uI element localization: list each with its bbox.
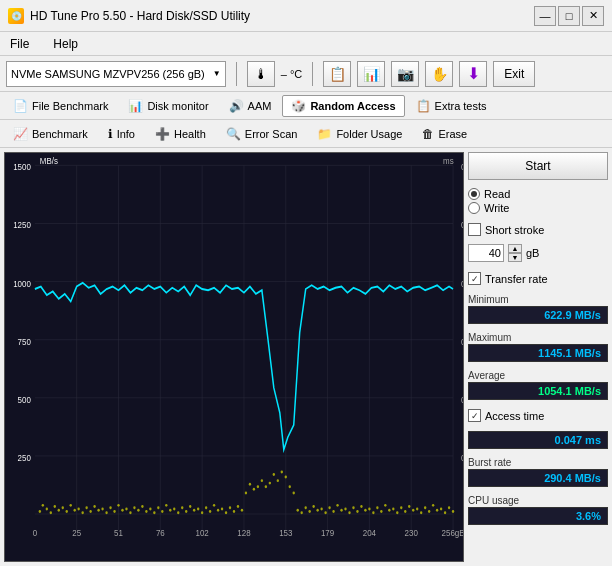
access-time-checkbox[interactable]: [468, 409, 481, 422]
separator-2: [312, 62, 313, 86]
svg-point-50: [109, 506, 111, 509]
svg-point-113: [360, 505, 362, 508]
menu-help[interactable]: Help: [47, 35, 84, 53]
svg-point-102: [316, 509, 318, 512]
svg-point-100: [308, 510, 310, 513]
transfer-rate-checkbox[interactable]: [468, 272, 481, 285]
average-label: Average: [468, 370, 608, 381]
svg-point-53: [121, 509, 123, 512]
svg-point-112: [356, 510, 358, 513]
separator-1: [236, 62, 237, 86]
close-button[interactable]: ✕: [582, 6, 604, 26]
svg-point-117: [376, 506, 378, 509]
svg-point-104: [324, 511, 326, 514]
tab-random-access[interactable]: 🎲 Random Access: [282, 95, 404, 117]
svg-point-122: [396, 511, 398, 514]
svg-point-127: [416, 508, 418, 511]
svg-text:256gB: 256gB: [442, 527, 463, 538]
svg-point-58: [141, 505, 143, 508]
tab-file-benchmark[interactable]: 📄 File Benchmark: [4, 95, 117, 117]
svg-point-67: [177, 511, 179, 514]
tab-benchmark[interactable]: 📈 Benchmark: [4, 123, 97, 145]
gb-up-arrow[interactable]: ▲: [508, 244, 522, 253]
radio-write[interactable]: Write: [468, 202, 608, 214]
svg-point-91: [273, 473, 275, 476]
radio-write-circle[interactable]: [468, 202, 480, 214]
tabs-row-2: 📈 Benchmark ℹ Info ➕ Health 🔍 Error Scan…: [0, 120, 612, 148]
tab-erase-label: Erase: [438, 128, 467, 140]
svg-point-111: [352, 506, 354, 509]
tab-health[interactable]: ➕ Health: [146, 123, 215, 145]
svg-point-61: [153, 511, 155, 514]
drive-selector[interactable]: NVMe SAMSUNG MZVPV256 (256 gB) ▼: [6, 61, 226, 87]
download-icon[interactable]: ⬇: [459, 61, 487, 87]
radio-write-label: Write: [484, 202, 509, 214]
svg-point-89: [265, 485, 267, 488]
svg-text:0.10: 0.10: [461, 452, 463, 463]
tab-aam-label: AAM: [248, 100, 272, 112]
svg-point-92: [277, 479, 279, 482]
svg-point-63: [161, 510, 163, 513]
svg-text:1250: 1250: [13, 220, 31, 231]
svg-point-97: [297, 509, 299, 512]
radio-read[interactable]: Read: [468, 188, 608, 200]
gb-input[interactable]: 40: [468, 244, 504, 262]
random-access-icon: 🎲: [291, 99, 306, 113]
svg-point-103: [320, 508, 322, 511]
access-time-stat: 0.047 ms: [468, 431, 608, 449]
svg-point-54: [125, 508, 127, 511]
svg-point-71: [193, 509, 195, 512]
toolbar-btn-2[interactable]: 📊: [357, 61, 385, 87]
svg-point-135: [448, 506, 450, 509]
short-stroke-option: Short stroke: [468, 222, 608, 237]
svg-rect-0: [5, 153, 463, 561]
toolbar: NVMe SAMSUNG MZVPV256 (256 gB) ▼ 🌡 – °C …: [0, 56, 612, 92]
burst-rate-value: 290.4 MB/s: [468, 469, 608, 487]
toolbar-btn-4[interactable]: ✋: [425, 61, 453, 87]
tab-info[interactable]: ℹ Info: [99, 123, 144, 145]
tab-folder-usage[interactable]: 📁 Folder Usage: [308, 123, 411, 145]
svg-text:ms: ms: [443, 155, 454, 166]
short-stroke-label: Short stroke: [485, 224, 544, 236]
svg-point-130: [428, 510, 430, 513]
svg-text:0.20: 0.20: [461, 394, 463, 405]
menu-file[interactable]: File: [4, 35, 35, 53]
svg-text:102: 102: [196, 527, 209, 538]
svg-point-134: [444, 511, 446, 514]
maximize-button[interactable]: □: [558, 6, 580, 26]
toolbar-btn-1[interactable]: 📋: [323, 61, 351, 87]
tab-error-scan[interactable]: 🔍 Error Scan: [217, 123, 307, 145]
svg-point-131: [432, 504, 434, 507]
average-stat: Average 1054.1 MB/s: [468, 370, 608, 400]
svg-point-88: [261, 479, 263, 482]
main-content: 1500 1250 1000 750 500 250 0.60 0.50 0.4…: [0, 148, 612, 566]
svg-point-101: [312, 505, 314, 508]
svg-point-41: [74, 509, 76, 512]
tab-erase[interactable]: 🗑 Erase: [413, 123, 476, 145]
short-stroke-checkbox[interactable]: [468, 223, 481, 236]
app-icon: 💿: [8, 8, 24, 24]
cpu-usage-label: CPU usage: [468, 495, 608, 506]
minimum-value: 622.9 MB/s: [468, 306, 608, 324]
svg-point-125: [408, 505, 410, 508]
temp-icon: 🌡: [247, 61, 275, 87]
svg-point-66: [173, 508, 175, 511]
tab-disk-monitor[interactable]: 📊 Disk monitor: [119, 95, 217, 117]
start-button[interactable]: Start: [468, 152, 608, 180]
svg-point-124: [404, 510, 406, 513]
minimize-button[interactable]: —: [534, 6, 556, 26]
cpu-usage-value: 3.6%: [468, 507, 608, 525]
tab-extra-tests[interactable]: 📋 Extra tests: [407, 95, 496, 117]
gb-down-arrow[interactable]: ▼: [508, 253, 522, 262]
radio-read-circle[interactable]: [468, 188, 480, 200]
exit-button[interactable]: Exit: [493, 61, 535, 87]
svg-point-38: [62, 506, 64, 509]
toolbar-btn-3[interactable]: 📷: [391, 61, 419, 87]
tab-aam[interactable]: 🔊 AAM: [220, 95, 281, 117]
svg-text:0: 0: [33, 527, 37, 538]
access-time-option: Access time: [468, 408, 608, 423]
error-scan-icon: 🔍: [226, 127, 241, 141]
tab-extra-tests-label: Extra tests: [435, 100, 487, 112]
svg-point-126: [412, 509, 414, 512]
svg-text:MB/s: MB/s: [40, 155, 59, 166]
